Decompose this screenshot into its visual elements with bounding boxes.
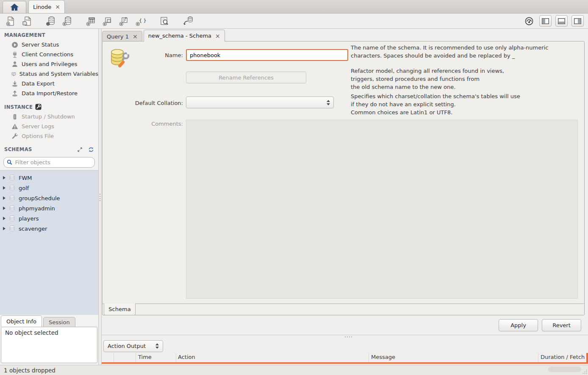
search-icon xyxy=(7,159,13,165)
tab-label: Object Info xyxy=(6,318,36,325)
sidebar-item-label: Data Export xyxy=(22,80,55,87)
schema-name: golf xyxy=(19,185,29,191)
expander-icon[interactable] xyxy=(3,196,6,200)
svg-text:SQL: SQL xyxy=(26,19,31,21)
schema-name: scavenger xyxy=(19,226,47,232)
action-output-selector[interactable]: Action Output xyxy=(103,340,163,352)
sidebar-item-startup-shutdown[interactable]: Startup / Shutdown xyxy=(0,112,98,121)
server-status-icon xyxy=(11,41,18,48)
schema-name: players xyxy=(19,215,39,222)
tab-query-1[interactable]: Query 1 × xyxy=(102,31,142,41)
comments-label: Comments: xyxy=(103,121,183,127)
sidebar-item-status-variables[interactable]: Status and System Variables xyxy=(0,69,98,79)
toggle-output-panel-icon xyxy=(558,18,565,24)
svg-text:SQL: SQL xyxy=(9,19,14,21)
users-privileges-icon xyxy=(11,61,18,68)
create-procedure-icon xyxy=(119,16,130,26)
sidebar-item-client-connections[interactable]: Client Connections xyxy=(0,50,98,59)
tab-session[interactable]: Session xyxy=(43,317,75,327)
editor-actions: Apply Revert xyxy=(102,315,588,335)
schema-row-golf[interactable]: golf xyxy=(0,183,98,193)
schemas-section-header: SCHEMAS xyxy=(0,141,98,154)
sidebar-item-server-status[interactable]: Server Status xyxy=(0,40,98,50)
create-view-button[interactable] xyxy=(101,15,114,27)
column-header-message[interactable]: Message xyxy=(371,354,395,360)
sidebar-item-users-privileges[interactable]: Users and Privileges xyxy=(0,59,98,69)
expander-icon[interactable] xyxy=(3,186,6,190)
horizontal-scrollbar-thumb[interactable] xyxy=(548,367,581,372)
reconnect-database-button[interactable] xyxy=(182,15,194,27)
navigator-sidebar: MANAGEMENT Server Status Client Connecti… xyxy=(0,29,98,365)
tab-new-schema[interactable]: new_schema - Schema × xyxy=(144,30,225,41)
column-header-action[interactable]: Action xyxy=(178,354,195,360)
name-help-text: The name of the schema. It is recommende… xyxy=(351,44,571,60)
schema-row-groupschedule[interactable]: groupSchedule xyxy=(0,193,98,203)
toggle-sidebar-panel-button[interactable] xyxy=(539,15,552,27)
inspect-schema-button[interactable]: i xyxy=(44,15,57,27)
sidebar-item-options-file[interactable]: Options File xyxy=(0,131,98,141)
toggle-secondary-sidebar-button[interactable] xyxy=(571,15,584,27)
create-function-button[interactable]: { } xyxy=(134,15,147,27)
expander-icon[interactable] xyxy=(3,176,6,179)
sidebar-item-data-import[interactable]: Data Import/Restore xyxy=(0,88,98,98)
filter-objects-box xyxy=(3,157,95,168)
status-bar: 1 objects dropped xyxy=(0,365,588,375)
collation-combobox[interactable] xyxy=(186,97,334,108)
close-icon[interactable]: × xyxy=(215,33,220,39)
configure-instance-icon[interactable] xyxy=(35,104,42,110)
sidebar-item-label: Users and Privileges xyxy=(22,61,78,67)
close-tab-icon[interactable]: × xyxy=(55,4,60,10)
output-bar: Action Output xyxy=(102,339,588,353)
sidebar-splitter[interactable] xyxy=(98,29,102,365)
schema-row-phpmyadmin[interactable]: phpmyadmin xyxy=(0,203,98,213)
toggle-output-panel-button[interactable] xyxy=(555,15,568,27)
tab-linode-label: Linode xyxy=(33,4,51,10)
create-table-button[interactable] xyxy=(85,15,97,27)
new-sql-tab-button[interactable]: SQL xyxy=(4,15,17,27)
column-header-duration[interactable]: Duration / Fetch xyxy=(541,354,585,360)
column-resize-indicator xyxy=(586,353,588,362)
main-toolbar: SQL SQL i { } xyxy=(0,14,588,29)
sidebar-item-label: Options File xyxy=(22,133,54,139)
toggle-secondary-sidebar-icon xyxy=(574,18,581,24)
spinner-arrows-icon xyxy=(155,343,159,349)
output-splitter[interactable] xyxy=(102,335,588,339)
create-procedure-button[interactable] xyxy=(118,15,130,27)
tab-linode[interactable]: Linode × xyxy=(28,0,65,13)
status-variables-icon xyxy=(11,71,16,77)
revert-button[interactable]: Revert xyxy=(542,319,581,331)
create-schema-button[interactable] xyxy=(61,15,74,27)
expander-icon[interactable] xyxy=(3,207,6,210)
new-sql-tab-icon: SQL xyxy=(6,16,16,26)
schema-row-fwm[interactable]: FWM xyxy=(0,173,98,183)
sidebar-item-label: Data Import/Restore xyxy=(22,90,78,97)
expander-icon[interactable] xyxy=(3,217,6,220)
schema-row-players[interactable]: players xyxy=(0,213,98,223)
apply-button[interactable]: Apply xyxy=(499,319,538,331)
open-sql-script-button[interactable]: SQL xyxy=(21,15,33,27)
window-resize-grip-icon[interactable] xyxy=(582,369,588,375)
search-table-data-button[interactable] xyxy=(158,15,171,27)
sidebar-item-label: Server Status xyxy=(22,41,59,48)
expand-schemas-icon[interactable] xyxy=(77,147,83,152)
refresh-schemas-icon[interactable] xyxy=(88,147,94,152)
home-tab[interactable] xyxy=(3,1,26,13)
schema-name-input[interactable] xyxy=(186,49,348,61)
comments-textarea[interactable] xyxy=(186,120,578,299)
activity-indicator-icon xyxy=(524,17,534,26)
schema-database-icon xyxy=(9,215,15,222)
sidebar-item-server-logs[interactable]: Server Logs xyxy=(0,121,98,131)
expander-icon[interactable] xyxy=(3,227,6,230)
tab-schema-bottom[interactable]: Schema xyxy=(104,303,136,315)
column-header-time[interactable]: Time xyxy=(138,354,152,360)
schema-database-icon xyxy=(9,195,15,201)
data-export-icon xyxy=(11,80,18,87)
tab-object-info[interactable]: Object Info xyxy=(1,315,42,327)
activity-indicator-button[interactable] xyxy=(523,15,535,27)
rename-references-button[interactable]: Rename References xyxy=(186,72,306,83)
startup-shutdown-icon xyxy=(11,113,18,120)
filter-objects-input[interactable] xyxy=(15,159,92,165)
schema-row-scavenger[interactable]: scavenger xyxy=(0,223,98,234)
close-icon[interactable]: × xyxy=(133,33,138,39)
sidebar-item-data-export[interactable]: Data Export xyxy=(0,79,98,88)
